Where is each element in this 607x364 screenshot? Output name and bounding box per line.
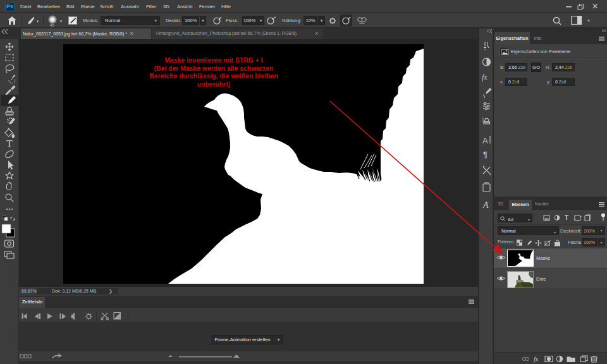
- svg-text:fx: fx: [534, 356, 539, 363]
- svg-text:A: A: [482, 200, 489, 210]
- svg-text:fx: fx: [482, 73, 487, 82]
- svg-text:¶: ¶: [483, 150, 487, 159]
- svg-text:T: T: [565, 214, 568, 221]
- svg-text:T: T: [6, 138, 13, 149]
- svg-text:A: A: [482, 136, 488, 145]
